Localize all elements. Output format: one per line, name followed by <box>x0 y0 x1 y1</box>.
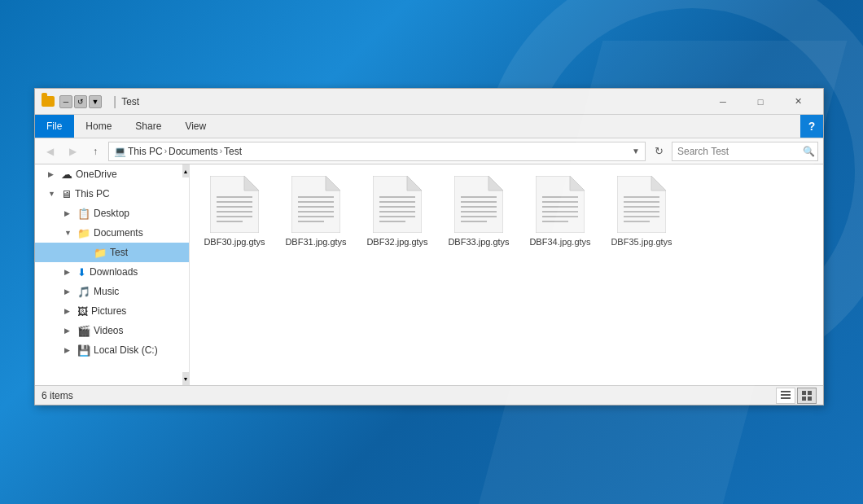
sidebar: ▲ ▶ ☁ OneDrive ▼ 🖥 This PC ▶ 📋 Desktop <box>35 164 190 385</box>
tab-home[interactable]: Home <box>74 115 124 138</box>
expand-arrow-thispc: ▼ <box>48 190 58 198</box>
videos-icon: 🎬 <box>77 325 90 337</box>
back-button[interactable]: ◀ <box>40 142 59 161</box>
window-title: Test <box>121 96 139 107</box>
path-label-documents: Documents <box>169 146 218 157</box>
tab-file[interactable]: File <box>35 115 74 138</box>
file-item[interactable]: DBF35.jpg.gtys <box>605 173 678 251</box>
file-item[interactable]: DBF31.jpg.gtys <box>279 173 353 251</box>
svg-rect-53 <box>802 397 806 401</box>
path-test[interactable]: Test <box>224 146 242 157</box>
path-label-this-pc: This PC <box>128 146 163 157</box>
sidebar-label-thispc: This PC <box>75 188 110 199</box>
file-item[interactable]: DBF30.jpg.gtys <box>198 173 271 251</box>
localdisk-icon: 💾 <box>77 344 90 357</box>
title-bar: ─ ↺ ▼ | Test ─ □ ✕ <box>35 89 823 115</box>
title-divider: | <box>113 94 116 109</box>
path-dropdown-arrow[interactable]: ▼ <box>632 147 640 156</box>
pictures-icon: 🖼 <box>77 305 88 318</box>
ribbon: File Home Share View ? <box>35 115 823 138</box>
expand-arrow-downloads: ▶ <box>64 268 74 276</box>
address-bar: ◀ ▶ ↑ 💻 This PC › Documents › Test ▼ ↻ 🔍 <box>35 138 823 164</box>
sidebar-label-downloads: Downloads <box>90 266 138 278</box>
sidebar-item-pictures[interactable]: ▶ 🖼 Pictures <box>35 301 189 321</box>
expand-arrow-pictures: ▶ <box>64 307 74 315</box>
large-icons-view-icon <box>801 390 813 401</box>
file-name: DBF33.jpg.gtys <box>448 236 509 248</box>
file-item[interactable]: DBF34.jpg.gtys <box>523 173 597 251</box>
file-item[interactable]: DBF32.jpg.gtys <box>361 173 434 251</box>
path-this-pc[interactable]: 💻 This PC <box>114 146 163 157</box>
details-view-button[interactable] <box>776 388 795 404</box>
large-icons-view-button[interactable] <box>797 388 817 404</box>
sidebar-item-downloads[interactable]: ▶ ⬇ Downloads <box>35 262 189 282</box>
maximize-button[interactable]: □ <box>742 89 779 115</box>
close-button[interactable]: ✕ <box>779 89 817 115</box>
path-arrow-2: › <box>220 147 222 156</box>
search-icon: 🔍 <box>803 146 815 157</box>
quick-access-toolbar: ─ ↺ ▼ <box>59 95 102 108</box>
file-explorer-window: ─ ↺ ▼ | Test ─ □ ✕ File Home Share View … <box>34 88 824 405</box>
desktop-icon: 📋 <box>77 208 90 220</box>
sidebar-item-onedrive[interactable]: ▶ ☁ OneDrive <box>35 164 189 184</box>
file-area: DBF30.jpg.gtys DBF31.jpg.gtys <box>190 164 823 385</box>
quick-btn-1[interactable]: ─ <box>59 95 72 108</box>
expand-arrow-music: ▶ <box>64 287 74 296</box>
svg-rect-49 <box>781 394 791 396</box>
quick-btn-2[interactable]: ↺ <box>74 95 87 108</box>
scroll-up-arrow[interactable]: ▲ <box>182 164 189 177</box>
svg-rect-54 <box>808 397 812 401</box>
sidebar-label-music: Music <box>94 286 119 297</box>
onedrive-icon: ☁ <box>61 168 72 181</box>
expand-arrow-videos: ▶ <box>64 327 74 335</box>
view-toggle-buttons <box>776 388 817 404</box>
sidebar-label-documents: Documents <box>94 227 143 239</box>
sidebar-label-desktop: Desktop <box>94 208 129 219</box>
thispc-icon: 🖥 <box>61 188 72 200</box>
sidebar-item-videos[interactable]: ▶ 🎬 Videos <box>35 321 189 340</box>
documents-icon: 📁 <box>77 227 90 239</box>
file-item[interactable]: DBF33.jpg.gtys <box>442 173 515 251</box>
sidebar-item-documents[interactable]: ▼ 📁 Documents <box>35 223 189 243</box>
scroll-down-arrow[interactable]: ▼ <box>182 372 189 385</box>
forward-button[interactable]: ▶ <box>63 142 82 161</box>
svg-rect-50 <box>781 397 791 399</box>
search-input[interactable] <box>677 146 799 157</box>
path-label-test: Test <box>224 146 242 157</box>
sidebar-label-pictures: Pictures <box>91 305 126 317</box>
file-icon <box>210 176 259 233</box>
expand-arrow-localdisk: ▶ <box>64 346 74 354</box>
file-name: DBF34.jpg.gtys <box>529 236 590 248</box>
sidebar-label-test: Test <box>110 247 128 258</box>
sidebar-item-music[interactable]: ▶ 🎵 Music <box>35 282 189 301</box>
downloads-icon: ⬇ <box>77 266 86 278</box>
main-area: ▲ ▶ ☁ OneDrive ▼ 🖥 This PC ▶ 📋 Desktop <box>35 164 823 385</box>
sidebar-label-videos: Videos <box>94 325 123 336</box>
file-name: DBF32.jpg.gtys <box>366 236 427 248</box>
address-path[interactable]: 💻 This PC › Documents › Test ▼ <box>108 142 646 161</box>
folder-icon <box>42 96 55 107</box>
svg-marker-25 <box>488 176 503 191</box>
sidebar-item-test[interactable]: 📁 Test <box>35 243 189 262</box>
sidebar-item-thispc[interactable]: ▼ 🖥 This PC <box>35 184 189 204</box>
ribbon-tabs: File Home Share View ? <box>35 115 823 138</box>
svg-marker-32 <box>536 176 585 233</box>
up-button[interactable]: ↑ <box>85 142 105 161</box>
tab-view[interactable]: View <box>173 115 218 138</box>
details-view-icon <box>780 390 791 401</box>
minimize-button[interactable]: ─ <box>704 89 742 115</box>
sidebar-item-localdisk[interactable]: ▶ 💾 Local Disk (C:) <box>35 340 189 360</box>
sidebar-item-desktop[interactable]: ▶ 📋 Desktop <box>35 204 189 223</box>
svg-marker-40 <box>617 176 666 233</box>
svg-marker-17 <box>407 176 422 191</box>
svg-rect-51 <box>802 391 806 395</box>
refresh-button[interactable]: ↻ <box>649 142 668 161</box>
tab-share[interactable]: Share <box>124 115 173 138</box>
help-button[interactable]: ? <box>800 115 823 138</box>
quick-btn-3[interactable]: ▼ <box>89 95 102 108</box>
path-arrow-1: › <box>164 147 167 156</box>
search-box[interactable]: 🔍 <box>672 142 818 161</box>
svg-marker-9 <box>326 176 340 191</box>
sidebar-label-localdisk: Local Disk (C:) <box>94 344 158 356</box>
path-documents[interactable]: Documents <box>169 146 218 157</box>
